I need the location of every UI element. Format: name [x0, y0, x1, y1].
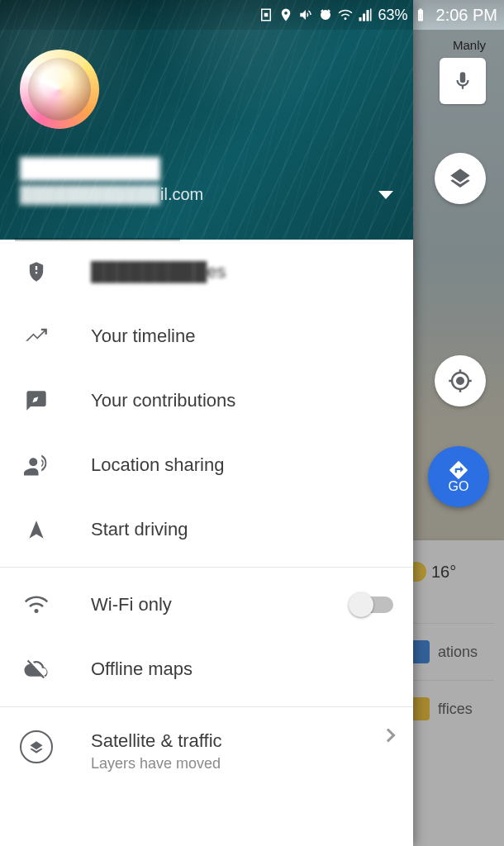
account-email: ████████████il.com	[20, 185, 203, 204]
menu-contributions[interactable]: Your contributions	[0, 368, 413, 433]
chevron-right-icon	[382, 729, 396, 743]
navigation-arrow-icon	[26, 519, 47, 540]
menu-location-sharing[interactable]: Location sharing	[0, 433, 413, 497]
battery-icon	[413, 7, 428, 22]
menu-divider	[0, 706, 413, 707]
my-location-button[interactable]	[435, 355, 486, 406]
account-dropdown-icon[interactable]	[378, 191, 393, 199]
menu-item-subtitle: Layers have moved	[91, 755, 222, 772]
timeline-icon	[25, 325, 48, 348]
crosshair-icon	[448, 368, 473, 393]
menu-item-label: Start driving	[91, 519, 188, 540]
review-edit-icon	[25, 389, 48, 412]
menu-wifi-only[interactable]: Wi-Fi only	[0, 573, 413, 637]
menu-item-label: Location sharing	[91, 454, 224, 476]
location-icon	[278, 7, 293, 22]
microphone-icon	[452, 70, 473, 92]
map-layers-button[interactable]	[435, 153, 486, 204]
wifi-icon	[24, 592, 49, 617]
wifi-status-icon	[338, 7, 353, 22]
menu-start-driving[interactable]: Start driving	[0, 497, 413, 562]
navigation-drawer: ██████████ ████████████il.com █████████e…	[0, 0, 413, 846]
signal-icon	[358, 7, 373, 22]
tab-indicator	[15, 238, 180, 241]
layers-icon	[449, 167, 472, 190]
mute-icon	[298, 7, 313, 22]
drawer-header[interactable]: ██████████ ████████████il.com	[0, 0, 413, 240]
wifi-only-toggle[interactable]	[352, 596, 393, 613]
layers-icon	[28, 739, 45, 755]
menu-item-label: Your timeline	[91, 326, 195, 347]
battery-percentage: 63%	[378, 7, 407, 24]
voice-search-button[interactable]	[440, 58, 486, 104]
menu-your-places[interactable]: █████████es	[0, 240, 413, 304]
layers-circle-icon	[20, 730, 53, 763]
menu-timeline[interactable]: Your timeline	[0, 304, 413, 368]
status-time: 2:06 PM	[436, 6, 497, 25]
bookmark-shield-icon	[25, 260, 48, 283]
menu-satellite-traffic[interactable]: Satellite & traffic Layers have moved	[0, 712, 413, 788]
go-label: GO	[449, 479, 469, 494]
menu-item-label: Offline maps	[91, 658, 193, 680]
menu-divider	[0, 567, 413, 568]
location-share-icon	[24, 453, 49, 478]
app-notification-icon	[259, 7, 273, 22]
status-bar: 63% 2:06 PM	[0, 0, 504, 30]
directions-icon	[448, 459, 469, 481]
drawer-menu: █████████es Your timeline Your contribut…	[0, 240, 413, 846]
cloud-off-icon	[24, 657, 49, 682]
avatar[interactable]	[20, 50, 99, 129]
menu-offline-maps[interactable]: Offline maps	[0, 637, 413, 701]
account-name: ██████████	[20, 157, 393, 180]
menu-item-label: Satellite & traffic	[91, 730, 222, 752]
go-directions-button[interactable]: GO	[428, 446, 489, 507]
menu-item-label: Your contributions	[91, 390, 235, 411]
menu-item-label: █████████es	[91, 261, 226, 283]
alarm-icon	[318, 7, 333, 22]
menu-item-label: Wi-Fi only	[91, 594, 172, 615]
